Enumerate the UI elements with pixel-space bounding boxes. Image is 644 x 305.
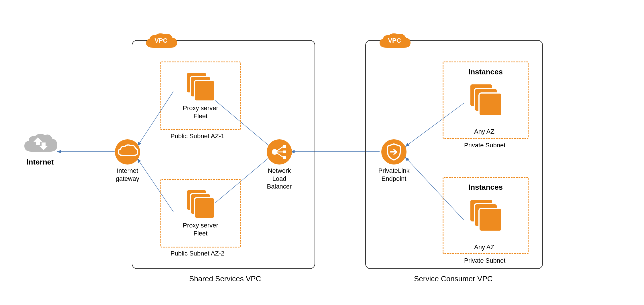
privatelink-label: PrivateLink Endpoint <box>378 167 410 183</box>
privatelink-endpoint-node: PrivateLink Endpoint <box>378 139 410 183</box>
any-az-2-label: Any AZ <box>474 243 494 251</box>
cloud-icon <box>21 132 59 157</box>
instances-1-node <box>461 82 510 117</box>
instances-stack-icon <box>467 197 504 233</box>
svg-rect-29 <box>479 208 502 231</box>
svg-rect-23 <box>194 198 215 218</box>
proxy-fleet-1-label: Proxy server Fleet <box>183 104 218 120</box>
public-subnet-az2-label: Public Subnet AZ-2 <box>170 249 224 258</box>
vpc-badge-left-label: VPC <box>154 37 167 44</box>
instances-2-node <box>461 197 510 233</box>
instances-stack-icon <box>183 187 218 220</box>
private-subnet-2-label: Private Subnet <box>464 257 505 265</box>
instances-stack-icon <box>467 82 504 117</box>
instances-1-title: Instances <box>468 67 503 77</box>
svg-rect-12 <box>283 150 286 153</box>
internet-gateway-node: Internet gateway <box>113 139 142 183</box>
private-subnet-1-label: Private Subnet <box>464 141 505 149</box>
proxy-fleet-1-node: Proxy server Fleet <box>173 70 228 120</box>
internet-label: Internet <box>26 157 54 167</box>
vpc-badge-right-label: VPC <box>388 37 401 44</box>
svg-rect-13 <box>283 156 286 159</box>
svg-rect-11 <box>283 145 286 148</box>
shared-services-vpc-title: Shared Services VPC <box>189 274 261 284</box>
service-consumer-vpc-title: Service Consumer VPC <box>414 274 493 284</box>
public-subnet-az1-label: Public Subnet AZ-1 <box>170 132 224 140</box>
instances-2-title: Instances <box>468 183 503 192</box>
proxy-fleet-2-node: Proxy server Fleet <box>173 187 228 237</box>
internet-gateway-icon <box>114 139 141 165</box>
internet-node: Internet <box>17 132 63 167</box>
any-az-1-label: Any AZ <box>474 128 494 136</box>
nlb-label: Network Load Balancer <box>264 167 295 191</box>
vpc-badge-right: VPC <box>377 32 412 49</box>
vpc-badge-left: VPC <box>144 32 178 49</box>
igw-label: Internet gateway <box>116 167 139 183</box>
privatelink-icon <box>381 139 407 165</box>
instances-stack-icon <box>183 70 218 103</box>
svg-rect-26 <box>479 93 502 116</box>
svg-point-10 <box>272 149 278 155</box>
proxy-fleet-2-label: Proxy server Fleet <box>183 221 218 237</box>
load-balancer-icon <box>266 139 292 165</box>
network-load-balancer-node: Network Load Balancer <box>264 139 295 191</box>
svg-rect-20 <box>194 80 215 101</box>
